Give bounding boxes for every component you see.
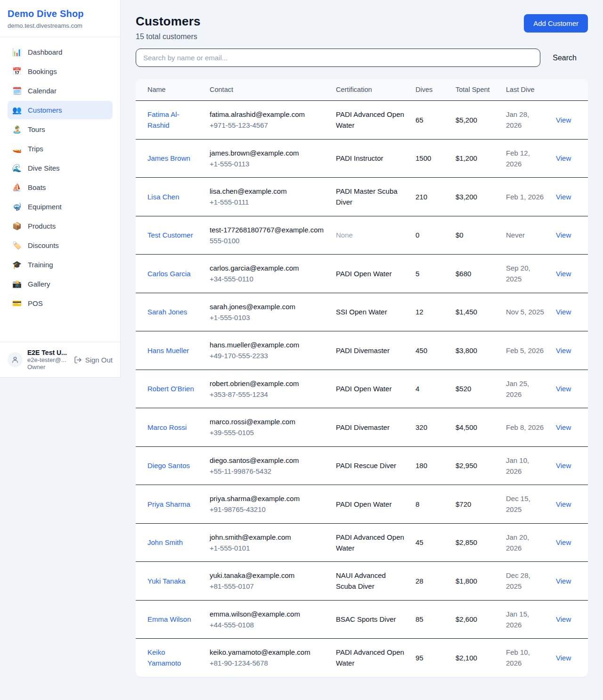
customer-name-link[interactable]: Sarah Jones xyxy=(147,308,187,316)
column-header: Last Dive xyxy=(500,79,550,101)
main-content: Customers 15 total customers Add Custome… xyxy=(121,0,603,692)
view-customer-link[interactable]: View xyxy=(556,461,571,469)
customer-total-spent: $3,200 xyxy=(456,193,477,201)
table-row: John Smith john.smith@example.com +1-555… xyxy=(136,523,588,562)
dive-sites-icon: 🌊 xyxy=(12,164,22,173)
customer-dives: 5 xyxy=(416,270,419,278)
view-customer-link[interactable]: View xyxy=(556,423,571,431)
customer-name-link[interactable]: Carlos Garcia xyxy=(147,270,191,278)
sidebar-item-calendar[interactable]: 🗓️ Calendar xyxy=(8,82,113,100)
view-customer-link[interactable]: View xyxy=(556,538,571,546)
user-email: e2e-tester@... xyxy=(27,356,69,363)
view-customer-link[interactable]: View xyxy=(556,500,571,508)
sidebar-item-products[interactable]: 📦 Products xyxy=(8,217,113,235)
add-customer-button[interactable]: Add Customer xyxy=(524,14,588,33)
view-customer-link[interactable]: View xyxy=(556,577,571,585)
view-customer-link[interactable]: View xyxy=(556,308,571,316)
customer-name-link[interactable]: Test Customer xyxy=(147,231,193,239)
trips-icon: 🚤 xyxy=(12,144,22,153)
sidebar-item-trips[interactable]: 🚤 Trips xyxy=(8,140,113,158)
sidebar-item-label: Bookings xyxy=(28,67,57,75)
customer-name-link[interactable]: Robert O'Brien xyxy=(147,385,194,393)
sidebar-item-label: Customers xyxy=(28,106,62,114)
customer-name-link[interactable]: John Smith xyxy=(147,538,183,546)
customer-last-dive: Sep 20, 2025 xyxy=(506,264,530,283)
view-customer-link[interactable]: View xyxy=(556,231,571,239)
sidebar-item-pos[interactable]: 💳 POS xyxy=(8,294,113,313)
view-customer-link[interactable]: View xyxy=(556,193,571,201)
customer-certification: PADI Divemaster xyxy=(336,423,390,431)
table-row: Fatima Al-Rashid fatima.alrashid@example… xyxy=(136,101,588,140)
search-button[interactable]: Search xyxy=(540,50,588,66)
customer-name-link[interactable]: Diego Santos xyxy=(147,461,190,469)
view-customer-link[interactable]: View xyxy=(556,270,571,278)
boats-icon: ⛵ xyxy=(12,183,22,192)
customer-email: emma.wilson@example.com xyxy=(210,609,325,619)
customer-name-link[interactable]: Marco Rossi xyxy=(147,423,187,431)
sign-out-icon xyxy=(74,356,82,364)
customer-name-link[interactable]: James Brown xyxy=(147,154,190,162)
sidebar-item-bookings[interactable]: 📅 Bookings xyxy=(8,62,113,81)
customer-total-spent: $520 xyxy=(456,385,471,393)
customer-phone: +1-555-0101 xyxy=(210,543,325,553)
search-input[interactable] xyxy=(136,49,540,67)
customer-name-link[interactable]: Keiko Yamamoto xyxy=(147,648,181,667)
customer-name-link[interactable]: Yuki Tanaka xyxy=(147,577,186,585)
sidebar-item-boats[interactable]: ⛵ Boats xyxy=(8,178,113,197)
column-header: Contact xyxy=(204,79,330,101)
customer-phone: +353-87-555-1234 xyxy=(210,389,325,400)
sidebar-item-gallery[interactable]: 📸 Gallery xyxy=(8,275,113,293)
products-icon: 📦 xyxy=(12,222,22,231)
customer-certification: NAUI Advanced Scuba Diver xyxy=(336,571,386,590)
sidebar-item-dashboard[interactable]: 📊 Dashboard xyxy=(8,43,113,61)
customer-phone: +1-555-0113 xyxy=(210,158,325,169)
customer-certification: PADI Open Water xyxy=(336,385,391,393)
sidebar-item-training[interactable]: 🎓 Training xyxy=(8,255,113,274)
sidebar-item-label: Dashboard xyxy=(28,48,62,56)
customer-name-link[interactable]: Lisa Chen xyxy=(147,193,179,201)
sidebar-item-dive-sites[interactable]: 🌊 Dive Sites xyxy=(8,159,113,177)
table-row: Lisa Chen lisa.chen@example.com +1-555-0… xyxy=(136,178,588,216)
sidebar-item-tours[interactable]: 🏝️ Tours xyxy=(8,120,113,139)
table-row: Hans Mueller hans.mueller@example.com +4… xyxy=(136,331,588,370)
customer-phone: +1-555-0103 xyxy=(210,312,325,323)
customer-name-link[interactable]: Emma Wilson xyxy=(147,615,191,623)
customer-dives: 450 xyxy=(416,346,427,354)
customer-certification: PADI Master Scuba Diver xyxy=(336,187,398,206)
sign-out-button[interactable]: Sign Out xyxy=(74,356,113,364)
view-customer-link[interactable]: View xyxy=(556,654,571,662)
customer-dives: 4 xyxy=(416,385,419,393)
customer-certification: PADI Open Water xyxy=(336,270,391,278)
view-customer-link[interactable]: View xyxy=(556,615,571,623)
table-header-row: NameContactCertificationDivesTotal Spent… xyxy=(136,79,588,101)
gallery-icon: 📸 xyxy=(12,280,22,288)
bookings-icon: 📅 xyxy=(12,67,22,76)
customer-total-spent: $1,800 xyxy=(456,577,477,585)
customer-certification: PADI Rescue Diver xyxy=(336,461,396,469)
customer-last-dive: Feb 5, 2026 xyxy=(506,346,544,354)
table-row: Sarah Jones sarah.jones@example.com +1-5… xyxy=(136,293,588,331)
sidebar-item-equipment[interactable]: 🤿 Equipment xyxy=(8,198,113,216)
table-row: Carlos Garcia carlos.garcia@example.com … xyxy=(136,255,588,293)
view-customer-link[interactable]: View xyxy=(556,385,571,393)
customer-total-spent: $720 xyxy=(456,500,471,508)
view-customer-link[interactable]: View xyxy=(556,154,571,162)
customers-table: NameContactCertificationDivesTotal Spent… xyxy=(136,79,588,677)
customer-certification: PADI Advanced Open Water xyxy=(336,533,404,552)
sidebar-item-label: Gallery xyxy=(28,280,50,288)
view-customer-link[interactable]: View xyxy=(556,116,571,124)
customer-name-link[interactable]: Fatima Al-Rashid xyxy=(147,110,179,129)
sidebar-item-discounts[interactable]: 🏷️ Discounts xyxy=(8,236,113,255)
sidebar-item-customers[interactable]: 👥 Customers xyxy=(8,101,113,119)
customer-name-link[interactable]: Hans Mueller xyxy=(147,346,189,354)
sidebar-item-label: Calendar xyxy=(28,87,57,95)
customer-phone: +1-555-0111 xyxy=(210,197,325,207)
customer-name-link[interactable]: Priya Sharma xyxy=(147,500,190,508)
customer-email: hans.mueller@example.com xyxy=(210,339,325,350)
customer-email: yuki.tanaka@example.com xyxy=(210,570,325,581)
view-customer-link[interactable]: View xyxy=(556,346,571,354)
customer-certification: BSAC Sports Diver xyxy=(336,615,396,623)
sidebar-item-label: Equipment xyxy=(28,203,62,211)
training-icon: 🎓 xyxy=(12,260,22,269)
shop-header: Demo Dive Shop demo.test.divestreams.com xyxy=(0,0,120,37)
